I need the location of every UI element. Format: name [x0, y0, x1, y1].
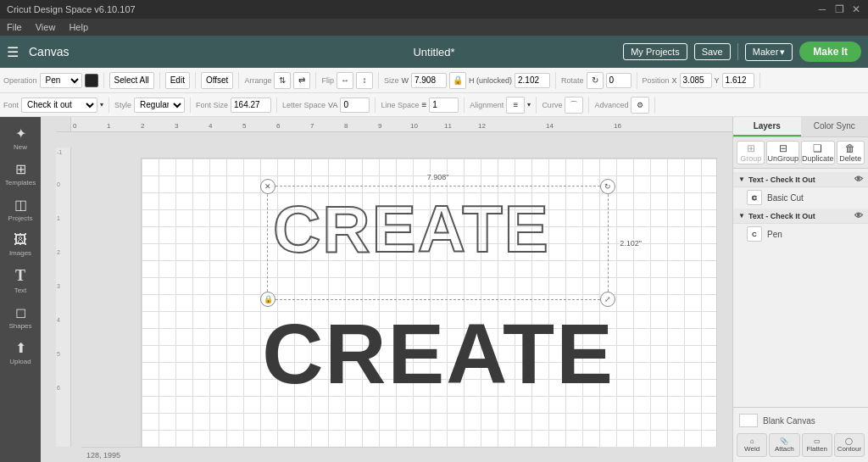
layer-item-2-label: Pen [767, 230, 782, 239]
font-select[interactable]: Check it out [21, 97, 97, 113]
delete-label: Delete [839, 154, 861, 163]
shapes-icon: ◻ [15, 304, 26, 320]
rotate-icon[interactable]: ↻ [587, 72, 604, 89]
select-all-button[interactable]: Select All [109, 72, 154, 89]
layers-list: ▼ Text - Check It Out 👁 C Basic Cut ▼ Te… [733, 169, 868, 407]
width-input[interactable] [411, 73, 447, 88]
arrange-icon[interactable]: ⇅ [274, 72, 291, 89]
eye-icon-1[interactable]: 👁 [854, 175, 863, 184]
tab-color-sync[interactable]: Color Sync [801, 117, 869, 136]
hamburger-icon[interactable]: ☰ [7, 44, 19, 60]
weld-label: Weld [744, 445, 760, 453]
upload-icon: ⬆ [15, 340, 26, 356]
restore-button[interactable]: ❐ [834, 4, 844, 14]
rotate-input[interactable] [606, 73, 632, 88]
rotate-label: Rotate [561, 76, 584, 85]
tool-images[interactable]: 🖼 Images [3, 229, 37, 260]
curve-button[interactable]: ⌒ [565, 97, 583, 114]
tool-new[interactable]: ✦ New [3, 122, 37, 154]
style-select[interactable]: Regular [134, 97, 185, 113]
chevron-down-icon: ▾ [780, 47, 785, 58]
height-input[interactable] [515, 73, 550, 88]
flip-v-icon[interactable]: ↕ [356, 72, 373, 89]
curve-group: Curve ⌒ [542, 97, 589, 114]
text-icon: T [15, 267, 25, 285]
canvas-white[interactable]: 7.908" 2.102" ✕ ↻ 🔒 ⤢ CREATE CREATE [141, 158, 717, 447]
blank-canvas-swatch[interactable] [739, 414, 758, 427]
make-it-button[interactable]: Make It [799, 42, 861, 62]
templates-icon: ⊞ [15, 161, 26, 177]
line-space-group: Line Space ≡ [381, 97, 465, 113]
menu-file[interactable]: File [7, 22, 22, 32]
close-button[interactable]: ✕ [851, 4, 861, 14]
new-icon: ✦ [15, 125, 26, 142]
window-controls: ─ ❐ ✕ [817, 4, 861, 14]
menu-view[interactable]: View [36, 22, 56, 32]
letter-space-input[interactable] [340, 97, 370, 113]
right-panel: Layers Color Sync ⊞ Group ⊟ UnGroup ❏ Du… [732, 117, 868, 462]
line-space-input[interactable] [429, 97, 459, 113]
layer-item-pen[interactable]: C Pen [733, 224, 868, 245]
attach-button[interactable]: 📎 Attach [769, 433, 799, 457]
flip-group: Flip ↔ ↕ [321, 72, 379, 89]
arrange-icon2[interactable]: ⇄ [293, 72, 310, 89]
left-toolbar: ✦ New ⊞ Templates ◫ Projects 🖼 Images T … [0, 117, 41, 462]
menu-help[interactable]: Help [69, 22, 88, 32]
tool-shapes[interactable]: ◻ Shapes [3, 301, 37, 333]
tool-projects[interactable]: ◫ Projects [3, 193, 37, 225]
contour-button[interactable]: ◯ Contour [834, 433, 865, 457]
lock-ratio-icon[interactable]: 🔒 [449, 72, 466, 89]
panel-actions: ⊞ Group ⊟ UnGroup ❏ Duplicate 🗑 Delete [733, 137, 868, 169]
advanced-group: Advanced ⚙ [594, 97, 655, 114]
images-icon: 🖼 [14, 232, 27, 248]
flip-label: Flip [321, 76, 334, 85]
letter-space-group: Letter Space VA [282, 97, 376, 113]
minimize-button[interactable]: ─ [817, 4, 827, 14]
flip-h-icon[interactable]: ↔ [337, 72, 353, 89]
chevron-icon: ▼ [738, 175, 745, 183]
tool-templates[interactable]: ⊞ Templates [3, 158, 37, 190]
layer-group-2-header[interactable]: ▼ Text - Check It Out 👁 [733, 209, 868, 224]
y-input[interactable] [722, 73, 754, 88]
tab-layers[interactable]: Layers [733, 117, 801, 136]
duplicate-icon: ❏ [813, 142, 822, 154]
attach-label: Attach [775, 445, 794, 453]
font-size-input[interactable] [231, 97, 271, 113]
weld-button[interactable]: ⌂ Weld [737, 433, 767, 457]
projects-label: Projects [8, 214, 33, 222]
panel-bottom-actions: ⌂ Weld 📎 Attach ▭ Flatten ◯ Contour [737, 430, 865, 459]
ungroup-button[interactable]: ⊟ UnGroup [766, 141, 799, 164]
text-outline-element[interactable]: CREATE [273, 191, 604, 292]
text-solid-element[interactable]: CREATE [260, 298, 616, 409]
x-input[interactable] [680, 73, 712, 88]
delete-icon: 🗑 [845, 142, 855, 154]
line-space-icon: ≡ [422, 100, 427, 109]
layer-thumb-2: C [747, 226, 762, 242]
canvas-inner: -1 0 1 2 3 4 5 6 7.908" 2.102" [56, 132, 732, 447]
operation-color-swatch[interactable] [85, 74, 98, 87]
select-all-group: Select All [109, 72, 160, 89]
letter-space-label: Letter Space [282, 101, 326, 109]
tool-upload[interactable]: ⬆ Upload [3, 337, 37, 369]
maker-button[interactable]: Maker ▾ [745, 43, 793, 61]
my-projects-button[interactable]: My Projects [623, 43, 687, 60]
delete-button[interactable]: 🗑 Delete [837, 141, 865, 164]
flatten-button[interactable]: ▭ Flatten [802, 433, 832, 457]
eye-icon-2[interactable]: 👁 [854, 211, 863, 220]
font-size-label: Font Size [196, 101, 228, 109]
layer-group-2-title: Text - Check It Out [748, 212, 815, 220]
offset-button[interactable]: Offset [201, 72, 234, 89]
layer-group-1-header[interactable]: ▼ Text - Check It Out 👁 [733, 172, 868, 187]
duplicate-button[interactable]: ❏ Duplicate [801, 141, 835, 164]
advanced-button[interactable]: ⚙ [631, 97, 649, 114]
edit-button[interactable]: Edit [165, 72, 190, 89]
group-button[interactable]: ⊞ Group [737, 141, 765, 164]
group-label: Group [740, 154, 761, 163]
save-button[interactable]: Save [694, 43, 731, 60]
toolbar-divider [737, 43, 738, 60]
align-left-button[interactable]: ≡ [506, 97, 525, 114]
canvas-area[interactable]: 0 1 2 3 4 5 6 7 8 9 10 11 12 14 16 -1 [41, 117, 732, 462]
layer-item-basic-cut[interactable]: C Basic Cut [733, 187, 868, 209]
operation-select[interactable]: PenCutDraw [40, 73, 82, 88]
tool-text[interactable]: T Text [3, 264, 37, 298]
